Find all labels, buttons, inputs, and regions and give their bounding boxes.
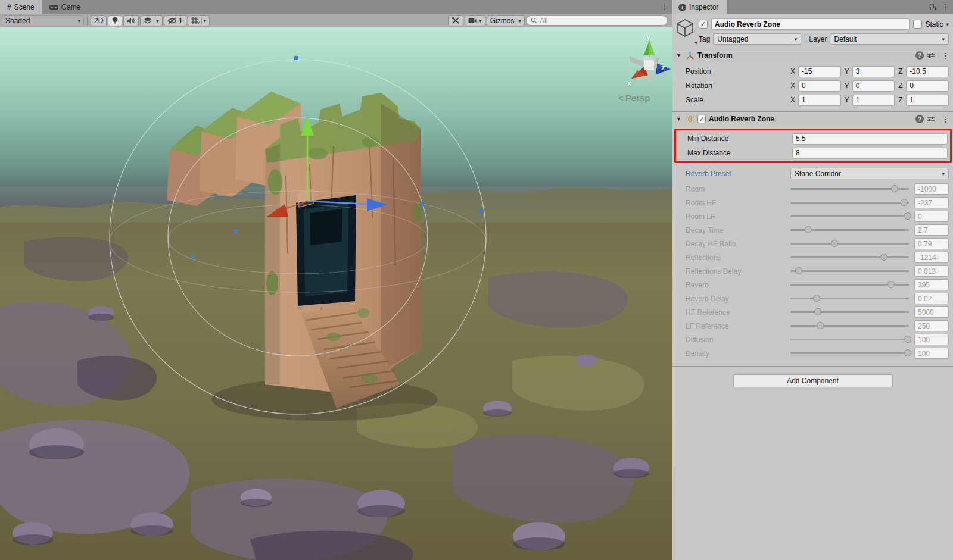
min-distance-field[interactable]: 5.5 bbox=[792, 133, 948, 145]
scene-viewport[interactable]: y x z < Persp bbox=[0, 27, 672, 560]
shading-mode-dropdown[interactable]: Shaded ▾ bbox=[2, 15, 84, 26]
axis-letter: Y bbox=[845, 82, 850, 90]
axis-letter: Z bbox=[898, 96, 904, 104]
layer-dropdown[interactable]: Default ▾ bbox=[830, 33, 949, 45]
slider-handle bbox=[904, 349, 911, 356]
chevron-down-icon: ▾ bbox=[942, 36, 945, 42]
slider-track bbox=[790, 339, 909, 340]
scene-audio-button[interactable] bbox=[123, 15, 139, 26]
transform-header[interactable]: ▼ Transform ? ⋮ bbox=[672, 48, 953, 62]
scene-tab-menu-kebab-icon[interactable]: ⋮ bbox=[661, 2, 668, 11]
inspector-menu-kebab-icon[interactable]: ⋮ bbox=[942, 2, 949, 11]
transform-rotation-y-field[interactable]: 0 bbox=[852, 80, 895, 92]
scene-tabbar: # Scene Game ⋮ bbox=[0, 0, 672, 14]
slider-value-field: -1214 bbox=[914, 252, 949, 263]
slider-value-field: 2.7 bbox=[914, 224, 949, 236]
static-checkbox[interactable] bbox=[913, 20, 922, 29]
axis-y-label[interactable]: y bbox=[646, 32, 650, 41]
scene-tools-button[interactable] bbox=[448, 15, 463, 26]
transform-scale-y-field[interactable]: 1 bbox=[852, 95, 895, 106]
grid-axis-icon: Y bbox=[191, 17, 200, 24]
audio-reverb-zone-header[interactable]: ▼ ✓ Audio Reverb Zone ? ⋮ bbox=[672, 111, 953, 126]
component-menu-kebab-icon[interactable]: ⋮ bbox=[942, 51, 949, 60]
chevron-down-icon[interactable]: ▾ bbox=[694, 40, 697, 46]
slider-handle bbox=[831, 240, 838, 247]
component-menu-kebab-icon[interactable]: ⋮ bbox=[942, 115, 949, 124]
tag-label: Tag bbox=[699, 35, 710, 43]
slider-row: Room-1000 bbox=[686, 182, 949, 196]
axis-letter: Y bbox=[845, 96, 850, 104]
tag-dropdown[interactable]: Untagged ▾ bbox=[713, 33, 801, 45]
axis-group: Y1 bbox=[845, 95, 895, 106]
lock-open-icon[interactable] bbox=[930, 4, 936, 11]
lightbulb-icon bbox=[111, 17, 119, 25]
axis-z-label[interactable]: z bbox=[661, 63, 665, 72]
reverb-preset-dropdown[interactable]: Stone Corridor ▾ bbox=[790, 168, 949, 179]
max-distance-field[interactable]: 8 bbox=[792, 148, 948, 159]
scene-lighting-button[interactable] bbox=[108, 15, 122, 26]
tab-game[interactable]: Game bbox=[42, 0, 88, 14]
max-distance-row: Max Distance 8 bbox=[687, 146, 948, 159]
reverb-preset-label: Reverb Preset bbox=[686, 170, 790, 178]
toolbar-divider bbox=[87, 16, 88, 26]
2d-toggle-button[interactable]: 2D bbox=[91, 15, 107, 26]
transform-rotation-z-field[interactable]: 0 bbox=[906, 80, 949, 92]
slider-handle bbox=[887, 281, 895, 288]
presets-icon[interactable] bbox=[927, 52, 935, 59]
2d-label: 2D bbox=[94, 17, 103, 25]
add-component-button[interactable]: Add Component bbox=[733, 374, 893, 387]
scene-toolbar: Shaded ▾ 2D ▾ 1 Y bbox=[0, 14, 672, 27]
tab-inspector[interactable]: i Inspector bbox=[672, 0, 727, 14]
axis-group: Y3 bbox=[845, 66, 895, 77]
help-icon[interactable]: ? bbox=[915, 51, 924, 60]
slider-handle bbox=[814, 308, 821, 315]
presets-icon[interactable] bbox=[927, 115, 935, 123]
cube-icon[interactable] bbox=[676, 18, 694, 37]
transform-scale-z-field[interactable]: 1 bbox=[906, 95, 949, 106]
axis-group: X0 bbox=[790, 80, 841, 92]
scene-camera-dropdown[interactable]: ▾ bbox=[465, 15, 485, 26]
transform-title: Transform bbox=[697, 51, 912, 60]
layer-value: Default bbox=[834, 35, 857, 43]
slider-label: Decay HF Ratio bbox=[686, 240, 790, 248]
tab-inspector-label: Inspector bbox=[689, 3, 718, 11]
transform-row-label: Position bbox=[686, 67, 790, 76]
gameobject-active-checkbox[interactable]: ✓ bbox=[699, 20, 708, 29]
scene-search-input[interactable]: All bbox=[526, 15, 668, 26]
scene-effects-dropdown[interactable]: ▾ bbox=[140, 15, 163, 26]
axis-letter: X bbox=[790, 67, 796, 76]
tab-scene-label: Scene bbox=[14, 3, 35, 11]
transform-rotation-x-field[interactable]: 0 bbox=[798, 80, 841, 92]
gameobject-name-field[interactable]: Audio Reverb Zone bbox=[711, 18, 910, 30]
transform-position-y-field[interactable]: 3 bbox=[852, 66, 895, 77]
tab-scene[interactable]: # Scene bbox=[0, 0, 42, 14]
slider-track bbox=[790, 256, 909, 258]
slider-label: Diffusion bbox=[686, 336, 790, 344]
transform-scale-x-field[interactable]: 1 bbox=[798, 95, 841, 106]
slider-value-field: 0.02 bbox=[914, 293, 949, 304]
slider-row: Room LF0 bbox=[686, 209, 949, 223]
slider-row: Reflections-1214 bbox=[686, 251, 949, 264]
slider-track bbox=[790, 270, 909, 272]
projection-toggle[interactable]: < Persp bbox=[618, 93, 650, 103]
eye-crossed-icon bbox=[167, 17, 177, 24]
axis-x-label[interactable]: x bbox=[627, 79, 631, 87]
transform-position-z-field[interactable]: -10.5 bbox=[906, 66, 949, 77]
layer-label: Layer bbox=[809, 35, 827, 43]
grid-settings-dropdown[interactable]: Y ▾ bbox=[188, 15, 210, 26]
scene-visibility-button[interactable]: 1 bbox=[164, 15, 186, 26]
help-icon[interactable]: ? bbox=[915, 115, 924, 123]
slider-handle bbox=[891, 185, 898, 192]
reverb-preset-row: Reverb Preset Stone Corridor ▾ bbox=[672, 167, 953, 180]
slider-label: HF Reference bbox=[686, 308, 790, 317]
foldout-icon[interactable]: ▼ bbox=[676, 52, 683, 58]
chevron-down-icon[interactable]: ▾ bbox=[946, 21, 949, 27]
slider-track bbox=[790, 298, 909, 299]
component-enabled-checkbox[interactable]: ✓ bbox=[697, 115, 706, 123]
slider-value-field: 395 bbox=[914, 279, 949, 290]
gizmos-dropdown[interactable]: Gizmos ▾ bbox=[487, 15, 525, 26]
foldout-icon[interactable]: ▼ bbox=[676, 116, 683, 122]
tools-icon bbox=[451, 17, 460, 24]
transform-row: RotationX0Y0Z0 bbox=[686, 79, 949, 92]
transform-position-x-field[interactable]: -15 bbox=[798, 66, 841, 77]
